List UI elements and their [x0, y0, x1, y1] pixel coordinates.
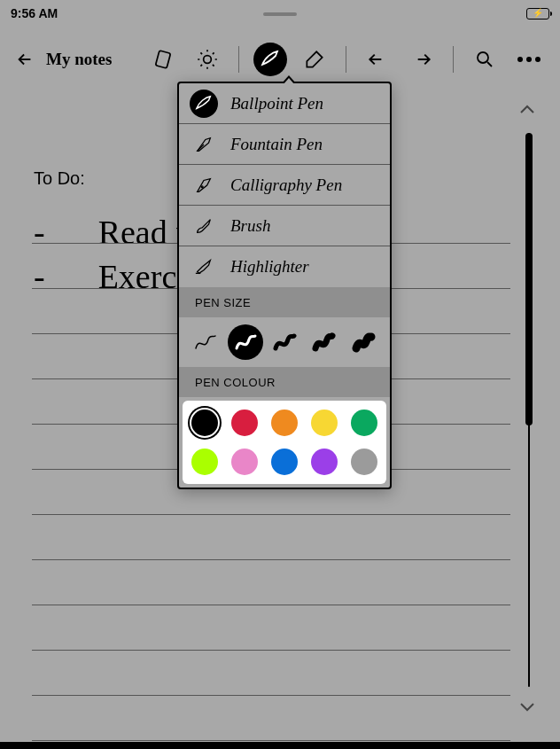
pen-size-2[interactable]	[228, 324, 263, 360]
pen-size-1[interactable]	[188, 324, 223, 360]
pen-option-highlighter[interactable]: Highlighter	[179, 246, 390, 287]
color-lime[interactable]	[191, 449, 218, 475]
toolbar-separator	[453, 46, 454, 73]
color-red[interactable]	[231, 410, 258, 436]
pen-size-header: PEN SIZE	[179, 287, 390, 317]
redo-button[interactable]	[403, 41, 440, 78]
eraser-button[interactable]	[296, 41, 333, 78]
calligraphy-pen-icon	[190, 171, 218, 199]
svg-rect-0	[155, 51, 170, 68]
fountain-pen-icon	[190, 130, 218, 159]
ballpoint-pen-icon	[190, 90, 218, 118]
battery-icon: ⚡	[526, 8, 549, 20]
pen-label: Calligraphy Pen	[230, 176, 342, 195]
pen-label: Highlighter	[230, 257, 309, 277]
highlighter-icon	[190, 253, 218, 281]
color-blue[interactable]	[271, 449, 298, 475]
pen-option-ballpoint[interactable]: Ballpoint Pen	[179, 83, 390, 124]
pen-size-5[interactable]	[346, 324, 381, 360]
page-title: My notes	[46, 50, 112, 69]
color-green[interactable]	[351, 410, 377, 436]
pen-size-row	[179, 317, 390, 367]
svg-point-1	[204, 56, 212, 64]
color-pink[interactable]	[231, 449, 258, 475]
scroll-down-chevron[interactable]	[519, 699, 535, 715]
scroll-thumb[interactable]	[525, 133, 533, 425]
pen-label: Fountain Pen	[230, 135, 323, 154]
color-panel	[183, 401, 386, 484]
color-purple[interactable]	[311, 449, 338, 475]
more-button[interactable]	[510, 41, 548, 78]
svg-point-3	[201, 185, 203, 187]
pen-option-fountain[interactable]: Fountain Pen	[179, 124, 390, 165]
color-yellow[interactable]	[311, 410, 338, 436]
pen-option-brush[interactable]: Brush	[179, 206, 390, 246]
pen-color-header: PEN COLOUR	[179, 367, 390, 397]
pen-option-calligraphy[interactable]: Calligraphy Pen	[179, 165, 390, 206]
pen-size-3[interactable]	[267, 324, 302, 360]
pen-label: Ballpoint Pen	[230, 94, 323, 113]
color-black[interactable]	[191, 410, 218, 436]
more-icon	[517, 57, 541, 62]
svg-point-2	[478, 52, 488, 63]
toolbar: My notes	[0, 37, 560, 82]
pen-label: Brush	[230, 216, 270, 236]
color-gray[interactable]	[351, 449, 377, 475]
pen-popover: Ballpoint Pen Fountain Pen Calligraphy P…	[177, 82, 392, 489]
undo-button[interactable]	[359, 41, 396, 78]
toolbar-separator	[238, 46, 239, 73]
status-time: 9:56 AM	[11, 6, 58, 20]
bottom-bar	[0, 742, 560, 749]
brightness-button[interactable]	[189, 41, 226, 78]
pen-tool-button[interactable]	[252, 41, 289, 78]
scroll-up-chevron[interactable]	[519, 103, 535, 119]
search-button[interactable]	[466, 41, 503, 78]
brush-icon	[190, 212, 218, 240]
pen-size-4[interactable]	[306, 324, 341, 360]
todo-heading: To Do:	[34, 168, 85, 189]
back-button[interactable]	[12, 47, 37, 72]
drag-handle[interactable]	[263, 12, 297, 16]
rotate-button[interactable]	[144, 41, 182, 78]
toolbar-separator	[346, 46, 346, 73]
color-orange[interactable]	[271, 410, 298, 436]
